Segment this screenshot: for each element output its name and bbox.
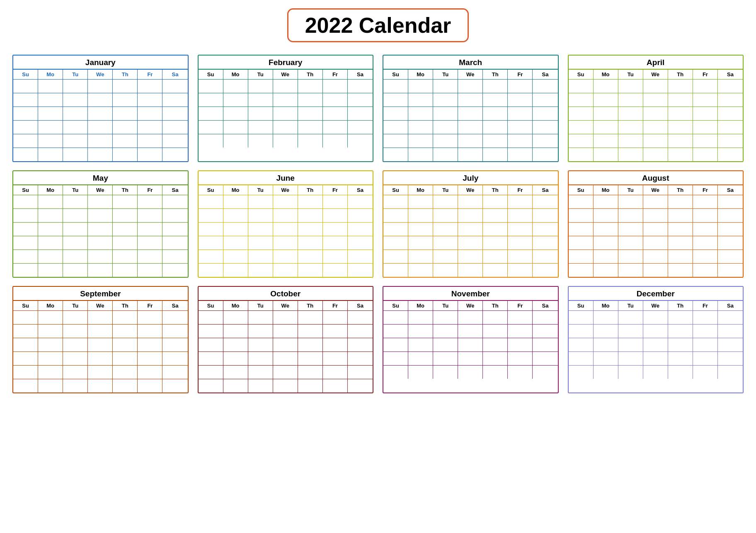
week-row bbox=[13, 209, 188, 223]
day-cell bbox=[569, 195, 594, 208]
day-cell bbox=[594, 107, 618, 120]
day-cell bbox=[13, 209, 38, 222]
day-cell bbox=[199, 352, 223, 365]
day-header-sa: Sa bbox=[533, 185, 557, 195]
day-cell bbox=[138, 107, 162, 120]
day-header-fr: Fr bbox=[508, 70, 533, 79]
day-cell bbox=[348, 93, 373, 107]
day-cell bbox=[162, 107, 187, 120]
day-cell bbox=[138, 195, 162, 208]
day-cell bbox=[569, 250, 594, 263]
day-cell bbox=[533, 352, 557, 365]
day-cell bbox=[113, 250, 138, 263]
week-row bbox=[199, 311, 373, 325]
day-header-th: Th bbox=[298, 185, 323, 195]
week-row bbox=[13, 379, 188, 392]
day-cell bbox=[63, 352, 88, 365]
day-cell bbox=[298, 352, 323, 365]
day-cell bbox=[383, 352, 408, 365]
day-cell bbox=[668, 134, 693, 148]
day-cell bbox=[162, 325, 187, 338]
day-cell bbox=[88, 195, 113, 208]
day-cell bbox=[643, 134, 668, 148]
day-cell bbox=[458, 311, 483, 324]
day-cell bbox=[693, 223, 718, 236]
day-cell bbox=[88, 80, 113, 93]
week-row bbox=[383, 148, 558, 161]
day-cell bbox=[433, 121, 458, 134]
day-cell bbox=[199, 311, 223, 324]
day-cell bbox=[199, 195, 223, 208]
day-cell bbox=[162, 236, 187, 250]
day-cell bbox=[508, 311, 533, 324]
day-cell bbox=[693, 352, 718, 365]
day-cell bbox=[458, 93, 483, 107]
day-cell bbox=[113, 236, 138, 250]
week-row bbox=[569, 264, 743, 277]
day-cell bbox=[162, 209, 187, 222]
day-cell bbox=[323, 209, 348, 222]
day-cell bbox=[533, 325, 557, 338]
day-header-we: We bbox=[273, 70, 298, 79]
day-cell bbox=[508, 366, 533, 379]
day-cell bbox=[508, 338, 533, 351]
day-cell bbox=[718, 250, 743, 263]
week-row bbox=[199, 121, 373, 134]
week-row bbox=[199, 338, 373, 352]
day-cell bbox=[38, 264, 63, 277]
day-cell bbox=[594, 223, 618, 236]
day-cell bbox=[408, 338, 433, 351]
day-cell bbox=[618, 134, 643, 148]
week-row bbox=[199, 107, 373, 121]
day-header-we: We bbox=[643, 301, 668, 310]
day-header-sa: Sa bbox=[533, 301, 557, 310]
day-cell bbox=[668, 209, 693, 222]
day-cell bbox=[348, 134, 373, 148]
day-cell bbox=[594, 148, 618, 161]
day-cell bbox=[718, 195, 743, 208]
day-cell bbox=[113, 195, 138, 208]
day-cell bbox=[618, 80, 643, 93]
week-row bbox=[199, 195, 373, 209]
day-cell bbox=[199, 107, 223, 120]
day-cell bbox=[693, 264, 718, 277]
day-cell bbox=[693, 366, 718, 379]
day-cell bbox=[323, 195, 348, 208]
day-header-mo: Mo bbox=[38, 301, 63, 310]
day-cell bbox=[323, 236, 348, 250]
day-cell bbox=[348, 325, 373, 338]
day-cell bbox=[483, 107, 508, 120]
day-cell bbox=[508, 80, 533, 93]
day-header-mo: Mo bbox=[408, 185, 433, 195]
day-cell bbox=[533, 338, 557, 351]
day-cell bbox=[223, 264, 248, 277]
day-cell bbox=[594, 134, 618, 148]
day-cell bbox=[383, 338, 408, 351]
week-row bbox=[13, 223, 188, 236]
day-header-fr: Fr bbox=[693, 301, 718, 310]
day-cell bbox=[199, 121, 223, 134]
day-cell bbox=[693, 121, 718, 134]
day-cell bbox=[199, 379, 223, 392]
day-cell bbox=[248, 379, 273, 392]
day-cell bbox=[298, 250, 323, 263]
day-cell bbox=[408, 209, 433, 222]
day-cell bbox=[13, 379, 38, 392]
day-header-sa: Sa bbox=[533, 70, 557, 79]
day-cell bbox=[13, 107, 38, 120]
day-cell bbox=[594, 80, 618, 93]
day-cell bbox=[38, 311, 63, 324]
day-cell bbox=[718, 209, 743, 222]
day-cell bbox=[323, 325, 348, 338]
day-cell bbox=[273, 352, 298, 365]
day-cell bbox=[618, 223, 643, 236]
month-feb: FebruarySuMoTuWeThFrSa bbox=[198, 55, 374, 162]
day-cell bbox=[348, 209, 373, 222]
day-cell bbox=[408, 93, 433, 107]
day-cell bbox=[569, 148, 594, 161]
day-cell bbox=[323, 121, 348, 134]
day-cell bbox=[138, 148, 162, 161]
day-cell bbox=[273, 223, 298, 236]
day-cell bbox=[13, 352, 38, 365]
day-cell bbox=[162, 148, 187, 161]
